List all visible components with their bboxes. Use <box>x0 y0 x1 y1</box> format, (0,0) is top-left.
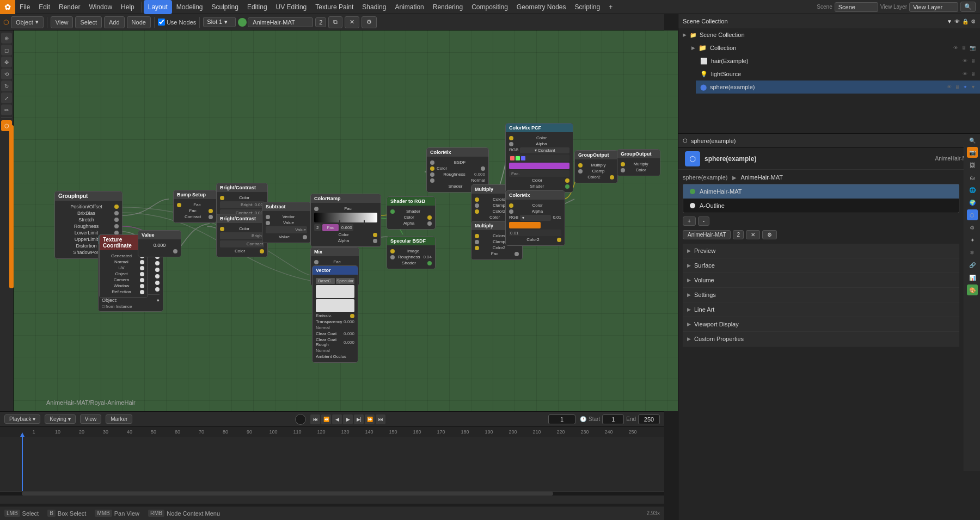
render-props-icon[interactable]: 📷 <box>967 147 978 158</box>
section-line-art-header[interactable]: ▶ Line Art <box>683 302 959 317</box>
physics-props-icon[interactable]: ⚛ <box>967 247 978 258</box>
node-group-output-1[interactable]: GroupOutput Multiply Clamp Color2 <box>574 150 618 183</box>
workspace-add[interactable]: + <box>604 0 617 14</box>
menu-file[interactable]: File <box>15 0 34 14</box>
step-back-btn[interactable]: ◀ <box>332 414 342 424</box>
section-settings-header[interactable]: ▶ Settings <box>683 288 959 302</box>
constraints-props-icon[interactable]: 🔗 <box>967 259 978 270</box>
section-surface-header[interactable]: ▶ Surface <box>683 258 959 273</box>
material-copy-btn[interactable]: ⧉ <box>328 16 342 28</box>
sphere-lock-icon[interactable]: ▼ <box>971 84 976 90</box>
particles-props-icon[interactable]: ✦ <box>967 234 978 245</box>
scene-props-icon[interactable]: 🌐 <box>967 184 978 195</box>
node-vector[interactable]: Vector BaseC. Specular Emissiv. Transpar… <box>312 265 358 363</box>
render-icon[interactable]: 📷 <box>970 45 976 51</box>
outliner-light[interactable]: 💡 lightSource 👁 🖥 <box>696 67 980 81</box>
search-button[interactable]: 🔍 <box>960 2 976 12</box>
node-editor-canvas[interactable]: GroupInput Position/Offset BrixBias Stre… <box>14 30 678 411</box>
tool-annotate[interactable]: ✏ <box>1 104 12 115</box>
modifier-props-icon[interactable]: ⚙ <box>967 222 978 233</box>
outliner-view-icon[interactable]: 👁 <box>954 18 960 24</box>
material-unlink-btn[interactable]: ✕ <box>345 16 359 28</box>
node-colormix-right[interactable]: ColorMix Color Alpha RGB ▾ 0.01 0.01 Col… <box>505 190 565 246</box>
world-props-icon[interactable]: 🌍 <box>967 197 978 208</box>
workspace-geometry-nodes[interactable]: Geometry Nodes <box>512 0 571 14</box>
eye-icon[interactable]: 👁 <box>953 45 958 51</box>
material-name-btn[interactable]: AnimeHair-MAT <box>683 230 731 239</box>
view-layer-props-icon[interactable]: 🗂 <box>967 172 978 183</box>
object-mode-dropdown[interactable]: Object▾ <box>11 16 44 28</box>
section-preview-header[interactable]: ▶ Preview <box>683 244 959 258</box>
props-search-icon[interactable]: 🔍 <box>969 138 976 144</box>
data-props-icon[interactable]: 📊 <box>967 272 978 283</box>
use-nodes-checkbox[interactable] <box>158 18 165 26</box>
workspace-scripting[interactable]: Scripting <box>571 0 605 14</box>
scene-selector[interactable] <box>835 2 878 12</box>
outliner-scene-collection[interactable]: ▶ 📁 Scene Collection <box>678 28 980 41</box>
workspace-modeling[interactable]: Modeling <box>172 0 207 14</box>
outliner-settings-icon[interactable]: ⚙ <box>971 18 976 24</box>
material-slot-selector[interactable]: Slot 1 ▾ <box>203 17 236 27</box>
menu-help[interactable]: Help <box>117 0 139 14</box>
material-settings-btn[interactable]: ⚙ <box>362 16 377 28</box>
material-preview-dot[interactable] <box>238 18 247 27</box>
sphere-filter-icon[interactable]: ✦ <box>963 84 967 90</box>
timeline-scrubber[interactable] <box>0 437 664 491</box>
menu-render[interactable]: Render <box>54 0 84 14</box>
material-item-aoutline[interactable]: A-Outline <box>683 199 959 213</box>
menu-edit[interactable]: Edit <box>34 0 54 14</box>
workspace-texture-paint[interactable]: Texture Paint <box>311 0 358 14</box>
workspace-compositing[interactable]: Compositing <box>467 0 512 14</box>
tool-transform[interactable]: ⟲ <box>1 69 12 79</box>
tool-cursor[interactable]: ⊕ <box>1 33 12 44</box>
select-menu[interactable]: Select <box>75 16 102 28</box>
section-viewport-display-header[interactable]: ▶ Viewport Display <box>683 317 959 331</box>
node-shader-to-rgb[interactable]: Shader to RGB Shader Color Alpha <box>387 196 436 230</box>
hair-viewport-icon[interactable]: 🖥 <box>971 58 976 64</box>
remove-material-btn[interactable]: - <box>698 216 709 226</box>
node-bump[interactable]: Bump Setup Fac Fac Contract <box>173 190 217 223</box>
workspace-animation[interactable]: Animation <box>390 0 428 14</box>
workspace-layout[interactable]: Layout <box>144 0 172 14</box>
blender-logo[interactable]: ✿ <box>0 0 15 14</box>
viewport-icon[interactable]: 🖥 <box>961 45 966 51</box>
workspace-shading[interactable]: Shading <box>358 0 390 14</box>
outliner-restrict-icon[interactable]: 🔒 <box>962 18 969 24</box>
start-frame-input[interactable] <box>602 414 624 424</box>
tool-grab[interactable]: ✥ <box>1 57 12 67</box>
outliner-hair[interactable]: ⬜ hair(Example) 👁 🖥 <box>696 54 980 67</box>
view-layer-selector[interactable] <box>909 2 958 12</box>
hair-eye-icon[interactable]: 👁 <box>963 58 967 64</box>
node-bright-contrast-2[interactable]: Bright/Contrast Color Bright Contract Co… <box>216 214 268 257</box>
node-colorramp[interactable]: ColorRamp Fac 2 Fac 0.600 Color Alpha <box>310 194 381 247</box>
workspace-editing[interactable]: Editing <box>243 0 272 14</box>
outliner-filter-icon[interactable]: ▼ <box>947 18 952 24</box>
outliner-collection[interactable]: ▶ 📁 Collection 👁 🖥 📷 <box>687 41 980 54</box>
view-dropdown[interactable]: View <box>80 414 102 424</box>
step-fwd-btn[interactable]: ▶| <box>354 414 364 424</box>
current-frame-input[interactable] <box>548 414 575 424</box>
workspace-uv-editing[interactable]: UV Editing <box>272 0 311 14</box>
output-props-icon[interactable]: 🖼 <box>967 159 978 170</box>
object-props-icon[interactable]: ⬡ <box>967 209 978 220</box>
sphere-eye-icon[interactable]: 👁 <box>947 84 952 90</box>
node-value[interactable]: Value 0.000 <box>138 230 181 257</box>
light-viewport-icon[interactable]: 🖥 <box>971 71 976 77</box>
timeline-scrollbar[interactable] <box>0 491 664 496</box>
tool-rotate[interactable]: ↻ <box>1 81 12 91</box>
tool-select[interactable]: ◻ <box>1 45 12 55</box>
view-menu[interactable]: View <box>51 16 74 28</box>
section-volume-header[interactable]: ▶ Volume <box>683 273 959 287</box>
material-props-icon[interactable]: 🎨 <box>967 284 978 295</box>
add-menu[interactable]: Add <box>104 16 125 28</box>
outliner-sphere[interactable]: ⬤ sphere(example) 👁 🖥 ✦ ▼ <box>696 81 980 94</box>
material-item-animehair[interactable]: AnimeHair-MAT <box>683 184 959 199</box>
workspace-sculpting[interactable]: Sculpting <box>207 0 243 14</box>
light-eye-icon[interactable]: 👁 <box>963 71 967 77</box>
node-subtract[interactable]: Subtract Vector Value Value Value <box>262 202 311 243</box>
keying-dropdown[interactable]: Keying ▾ <box>45 414 75 424</box>
material-count-badge[interactable]: 2 <box>733 230 744 239</box>
next-keyframe-btn[interactable]: ⏩ <box>365 414 375 424</box>
frame-dot[interactable] <box>295 414 306 425</box>
menu-window[interactable]: Window <box>84 0 117 14</box>
